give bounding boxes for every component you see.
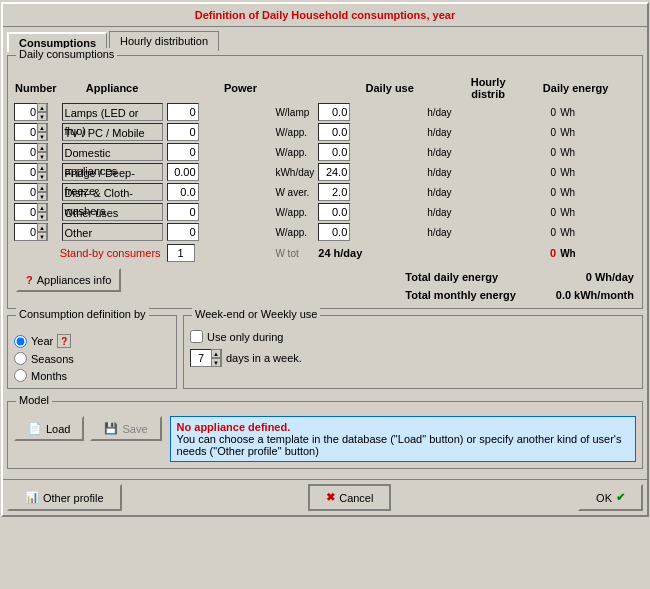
- number-input-5[interactable]: [15, 204, 37, 220]
- weekend-checkbox-label: Use only during: [207, 331, 283, 343]
- power-input-4[interactable]: [167, 183, 199, 201]
- weekend-title: Week-end or Weekly use: [192, 308, 320, 320]
- power-input-2[interactable]: [167, 143, 199, 161]
- num-up-1[interactable]: ▲: [37, 123, 47, 132]
- num-down-1[interactable]: ▼: [37, 132, 47, 141]
- days-input[interactable]: [191, 350, 211, 366]
- number-spinbox-1[interactable]: ▲ ▼: [14, 123, 48, 141]
- title-bar: Definition of Daily Household consumptio…: [3, 4, 647, 27]
- tab-hourly-distribution[interactable]: Hourly distribution: [109, 31, 219, 51]
- table-row: ▲ ▼ Lamps (LED or fluo) W/lamp h/day 0 W…: [12, 102, 638, 122]
- bottom-buttons-bar: 📊 Other profile ✖ Cancel OK ✔: [3, 479, 647, 515]
- power-input-3[interactable]: [167, 163, 199, 181]
- other-profile-button[interactable]: 📊 Other profile: [7, 484, 122, 511]
- appliances-info-button[interactable]: ? Appliances info: [16, 268, 121, 292]
- total-daily-row: Total daily energy 0 Wh/day: [405, 268, 634, 286]
- table-row: ▲ ▼ Fridge / Deep-freeze kWh/day h/day 0…: [12, 162, 638, 182]
- num-down-4[interactable]: ▼: [37, 192, 47, 201]
- radio-year-label: Year: [31, 335, 53, 347]
- standby-label: Stand-by consumers: [60, 247, 161, 259]
- num-down-0[interactable]: ▼: [37, 112, 47, 121]
- number-spinbox-6[interactable]: ▲ ▼: [14, 223, 48, 241]
- power-input-1[interactable]: [167, 123, 199, 141]
- appliances-info-label: Appliances info: [37, 274, 112, 286]
- days-spin-up[interactable]: ▲: [211, 349, 221, 358]
- radio-seasons[interactable]: [14, 352, 27, 365]
- number-spinbox-5[interactable]: ▲ ▼: [14, 203, 48, 221]
- table-row: ▲ ▼ Dish- & Cloth-washers W aver. h/day …: [12, 182, 638, 202]
- col-header-hourly: Hourly distrib: [463, 74, 513, 102]
- radio-seasons-label: Seasons: [31, 353, 74, 365]
- number-spinbox-3[interactable]: ▲ ▼: [14, 163, 48, 181]
- num-down-2[interactable]: ▼: [37, 152, 47, 161]
- model-title: Model: [16, 394, 52, 406]
- total-daily-value: 0 Wh/day: [586, 268, 634, 286]
- cancel-icon: ✖: [326, 491, 335, 504]
- save-label: Save: [122, 423, 147, 435]
- num-down-5[interactable]: ▼: [37, 212, 47, 221]
- number-input-3[interactable]: [15, 164, 37, 180]
- days-row: ▲ ▼ days in a week.: [190, 349, 636, 367]
- cancel-button[interactable]: ✖ Cancel: [308, 484, 391, 511]
- number-input-0[interactable]: [15, 104, 37, 120]
- num-up-0[interactable]: ▲: [37, 103, 47, 112]
- daily-use-input-5[interactable]: [318, 203, 350, 221]
- days-spinbox[interactable]: ▲ ▼: [190, 349, 222, 367]
- num-up-6[interactable]: ▲: [37, 223, 47, 232]
- main-window: Definition of Daily Household consumptio…: [1, 2, 649, 517]
- radio-seasons-row: Seasons: [14, 352, 170, 365]
- appliance-label-0: Lamps (LED or fluo): [62, 103, 163, 121]
- daily-use-input-0[interactable]: [318, 103, 350, 121]
- daily-use-input-2[interactable]: [318, 143, 350, 161]
- daily-use-input-3[interactable]: [318, 163, 350, 181]
- number-input-4[interactable]: [15, 184, 37, 200]
- consumption-radio-group: Year ? Seasons Months: [14, 334, 170, 382]
- daily-use-input-4[interactable]: [318, 183, 350, 201]
- model-error-text: No appliance defined.: [177, 421, 629, 433]
- total-daily-label: Total daily energy: [405, 268, 498, 286]
- num-up-2[interactable]: ▲: [37, 143, 47, 152]
- power-input-6[interactable]: [167, 223, 199, 241]
- ok-button[interactable]: OK ✔: [578, 484, 643, 511]
- radio-months-label: Months: [31, 370, 67, 382]
- daily-use-input-6[interactable]: [318, 223, 350, 241]
- number-input-2[interactable]: [15, 144, 37, 160]
- number-input-1[interactable]: [15, 124, 37, 140]
- model-group: Model 📄 Load 💾 Save No appliance defined…: [7, 401, 643, 469]
- model-message: No appliance defined. You can choose a t…: [170, 416, 636, 462]
- standby-value-input[interactable]: [167, 244, 195, 262]
- question-mark-icon[interactable]: ?: [57, 334, 71, 348]
- consumption-def-title: Consumption definition by: [16, 308, 149, 320]
- number-input-6[interactable]: [15, 224, 37, 240]
- power-input-5[interactable]: [167, 203, 199, 221]
- days-spin-down[interactable]: ▼: [211, 358, 221, 367]
- weekend-group: Week-end or Weekly use Use only during ▲…: [183, 315, 643, 389]
- num-down-3[interactable]: ▼: [37, 172, 47, 181]
- number-spinbox-2[interactable]: ▲ ▼: [14, 143, 48, 161]
- standby-unit: W tot: [273, 242, 316, 264]
- number-spinbox-0[interactable]: ▲ ▼: [14, 103, 48, 121]
- total-monthly-label: Total monthly energy: [405, 286, 515, 304]
- number-spinbox-4[interactable]: ▲ ▼: [14, 183, 48, 201]
- col-header-power: Power: [165, 74, 317, 102]
- save-button[interactable]: 💾 Save: [90, 416, 161, 441]
- table-row: ▲ ▼ Other W/app. h/day 0 Wh: [12, 222, 638, 242]
- num-down-6[interactable]: ▼: [37, 232, 47, 241]
- col-header-number: Number: [12, 74, 60, 102]
- daily-consumptions-title: Daily consumptions: [16, 48, 117, 60]
- power-input-0[interactable]: [167, 103, 199, 121]
- weekend-checkbox[interactable]: [190, 330, 203, 343]
- standby-energy: 0: [513, 242, 558, 264]
- num-up-3[interactable]: ▲: [37, 163, 47, 172]
- radio-year[interactable]: [14, 335, 27, 348]
- daily-use-input-1[interactable]: [318, 123, 350, 141]
- col-header-appliance: Appliance: [60, 74, 165, 102]
- appliance-label-4: Dish- & Cloth-washers: [62, 183, 163, 201]
- num-up-4[interactable]: ▲: [37, 183, 47, 192]
- consumptions-table: Number Appliance Power Daily use Hourly …: [12, 74, 638, 264]
- totals-right: Total daily energy 0 Wh/day Total monthl…: [405, 268, 634, 304]
- weekend-checkbox-row: Use only during: [190, 330, 636, 343]
- load-button[interactable]: 📄 Load: [14, 416, 84, 441]
- radio-months[interactable]: [14, 369, 27, 382]
- num-up-5[interactable]: ▲: [37, 203, 47, 212]
